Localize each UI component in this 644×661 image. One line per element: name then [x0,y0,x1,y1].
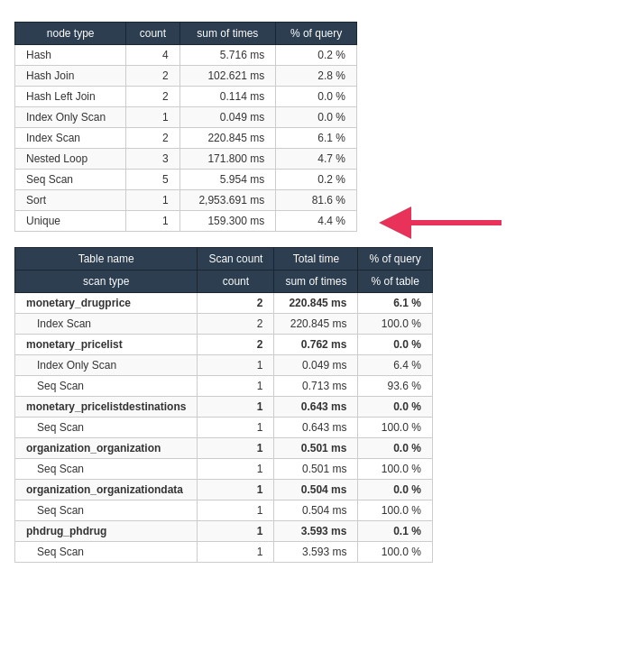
per-table-subheader: count [198,271,274,293]
table-cell: 0.0 % [358,438,432,459]
table-cell: 100.0 % [358,500,432,521]
table-cell: 0.643 ms [274,418,358,438]
per-table-subheader: sum of times [274,271,358,293]
per-table-subheader: scan type [15,271,198,293]
table-row: Unique1159.300 ms4.4 % [15,211,357,232]
table-cell: Sort [15,190,126,211]
table-cell: 0.049 ms [179,107,276,128]
table-row: monetary_drugprice2220.845 ms6.1 % [15,293,433,314]
table-cell: 0.2 % [276,45,357,66]
table-cell: 4.4 % [276,211,357,232]
arrow-head [379,207,411,239]
table-cell: 81.6 % [276,190,357,211]
table-cell: 5.954 ms [179,170,276,190]
table-row: organization_organization10.501 ms0.0 % [15,438,433,459]
table-cell: 93.6 % [358,376,432,397]
table-cell: 0.643 ms [274,397,358,418]
table-cell: 1 [198,355,274,376]
table-row: Hash Left Join20.114 ms0.0 % [15,87,357,107]
table-cell: 4.7 % [276,149,357,170]
table-cell: Index Only Scan [15,355,198,376]
table-cell: 1 [198,438,274,459]
per-table-stats-container: Table nameScan countTotal time% of query… [14,247,433,563]
table-cell: 0.0 % [276,107,357,128]
table-cell: 159.300 ms [179,211,276,232]
table-row: Seq Scan10.713 ms93.6 % [15,376,433,397]
table-cell: 220.845 ms [274,314,358,335]
table-cell: 1 [198,418,274,438]
table-cell: Hash [15,45,126,66]
node-type-stats-table: node typecountsum of times% of query Has… [14,22,357,232]
table-cell: 2 [198,293,274,314]
per-table-header: % of query [358,248,432,271]
table-row: Seq Scan10.504 ms100.0 % [15,500,433,521]
table-cell: 1 [198,542,274,563]
table-cell: 0.049 ms [274,355,358,376]
table-cell: 5 [126,170,179,190]
table-row: monetary_pricelist20.762 ms0.0 % [15,335,433,355]
table-cell: 0.501 ms [274,459,358,480]
table-cell: Index Scan [15,128,126,149]
per-table-subheader: % of table [358,271,432,293]
table-cell: 0.504 ms [274,500,358,521]
node-type-stats-container: node typecountsum of times% of query Has… [14,22,357,232]
table-cell: 1 [198,376,274,397]
table-cell: 2 [198,335,274,355]
table-cell: 0.0 % [358,480,432,500]
table-row: monetary_pricelistdestinations10.643 ms0… [15,397,433,418]
table-cell: 220.845 ms [179,128,276,149]
per-table-stats-table: Table nameScan countTotal time% of query… [14,247,433,563]
table-row: Sort12,953.691 ms81.6 % [15,190,357,211]
table-row: organization_organizationdata10.504 ms0.… [15,480,433,500]
node-type-header: sum of times [179,23,276,45]
table-cell: Nested Loop [15,149,126,170]
table-cell: Seq Scan [15,459,198,480]
table-cell: 0.0 % [276,87,357,107]
table-cell: 100.0 % [358,314,432,335]
table-cell: 100.0 % [358,542,432,563]
table-cell: 0.501 ms [274,438,358,459]
table-cell: 1 [198,459,274,480]
table-cell: 1 [198,521,274,542]
table-cell: 2 [126,87,179,107]
sort-arrow-indicator [379,207,501,239]
table-row: Index Only Scan10.049 ms0.0 % [15,107,357,128]
table-cell: 1 [126,211,179,232]
table-cell: 1 [198,500,274,521]
table-cell: Index Scan [15,314,198,335]
table-cell: organization_organizationdata [15,480,198,500]
table-row: Index Only Scan10.049 ms6.4 % [15,355,433,376]
table-cell: Hash Join [15,66,126,87]
table-cell: Index Only Scan [15,107,126,128]
table-cell: Seq Scan [15,418,198,438]
table-cell: monetary_pricelistdestinations [15,397,198,418]
table-cell: 2 [198,314,274,335]
table-cell: 100.0 % [358,418,432,438]
table-cell: 3.593 ms [274,521,358,542]
table-cell: 0.0 % [358,397,432,418]
table-cell: 0.762 ms [274,335,358,355]
table-row: Index Scan2220.845 ms6.1 % [15,128,357,149]
table-row: Seq Scan10.501 ms100.0 % [15,459,433,480]
table-cell: 0.2 % [276,170,357,190]
per-table-header: Table name [15,248,198,271]
table-row: Hash45.716 ms0.2 % [15,45,357,66]
node-type-header: % of query [276,23,357,45]
table-row: Hash Join2102.621 ms2.8 % [15,66,357,87]
table-cell: 0.713 ms [274,376,358,397]
table-cell: Seq Scan [15,542,198,563]
table-cell: 2 [126,66,179,87]
table-cell: phdrug_phdrug [15,521,198,542]
table-row: Seq Scan10.643 ms100.0 % [15,418,433,438]
table-row: Seq Scan55.954 ms0.2 % [15,170,357,190]
table-cell: 3 [126,149,179,170]
node-type-header: node type [15,23,126,45]
per-table-header: Scan count [198,248,274,271]
table-cell: 4 [126,45,179,66]
table-cell: Seq Scan [15,376,198,397]
table-cell: 1 [126,190,179,211]
table-cell: Hash Left Join [15,87,126,107]
table-row: phdrug_phdrug13.593 ms0.1 % [15,521,433,542]
table-cell: 0.0 % [358,335,432,355]
table-cell: 6.1 % [358,293,432,314]
